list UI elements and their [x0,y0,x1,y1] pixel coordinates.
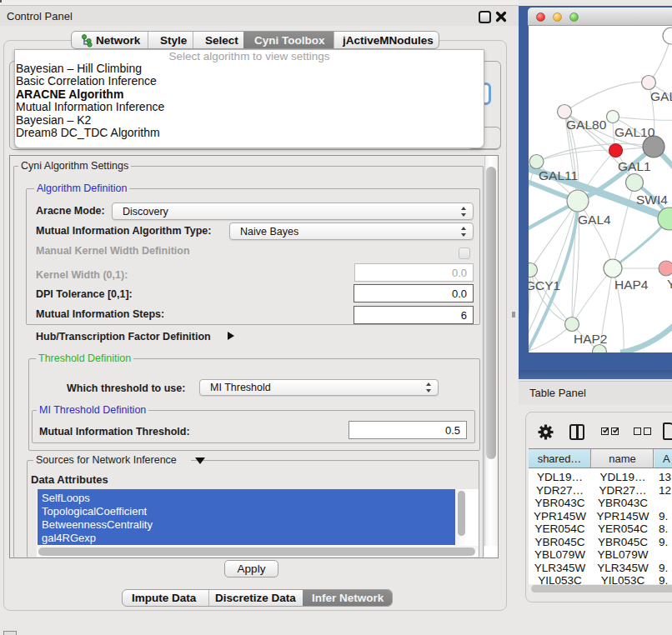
svg-text:GCY1: GCY1 [529,278,560,292]
svg-text:GAL80: GAL80 [566,118,607,132]
svg-text:Y: Y [667,277,672,291]
svg-text:SWI4: SWI4 [636,192,668,207]
svg-text:GAL1: GAL1 [618,159,651,173]
svg-text:GAL4: GAL4 [578,212,611,227]
svg-text:HAP2: HAP2 [574,332,608,346]
svg-text:HAP4: HAP4 [614,278,649,292]
svg-text:GAL10: GAL10 [614,125,655,139]
svg-text:GAL7: GAL7 [650,89,672,103]
svg-text:GAL11: GAL11 [539,168,578,182]
